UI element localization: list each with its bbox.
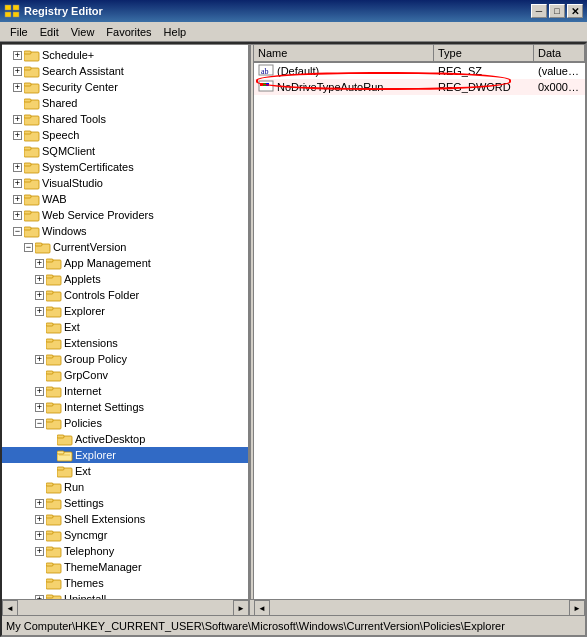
- tree-item-schedule-plus[interactable]: + Schedule+: [2, 47, 248, 63]
- tree-item-sqlclient[interactable]: SQMClient: [2, 143, 248, 159]
- svg-rect-27: [24, 227, 31, 230]
- tree-item-ext-policies[interactable]: Ext: [2, 463, 248, 479]
- tree-item-shared[interactable]: Shared: [2, 95, 248, 111]
- tree-toggle-windows[interactable]: −: [13, 227, 22, 236]
- minimize-button[interactable]: ─: [531, 4, 547, 18]
- tree-item-security-center[interactable]: + Security Center: [2, 79, 248, 95]
- folder-icon: [24, 144, 40, 158]
- tree-toggle-wab[interactable]: +: [13, 195, 22, 204]
- tree-label-ext: Ext: [64, 321, 80, 333]
- tree-toggle-shell-extensions[interactable]: +: [35, 515, 44, 524]
- tree-item-extensions[interactable]: Extensions: [2, 335, 248, 351]
- tree-toggle-policies[interactable]: −: [35, 419, 44, 428]
- tree-item-syncmgr[interactable]: + Syncmgr: [2, 527, 248, 543]
- svg-rect-5: [24, 51, 31, 54]
- reg-row-1[interactable]: NoDriveTypeAutoRun REG_DWORD 0x00000091 …: [254, 79, 585, 95]
- tree-toggle-current-version[interactable]: −: [24, 243, 33, 252]
- tree-toggle-syncmgr[interactable]: +: [35, 531, 44, 540]
- right-hscroll-track[interactable]: [270, 600, 569, 615]
- close-button[interactable]: ✕: [567, 4, 583, 18]
- col-header-data[interactable]: Data: [534, 45, 585, 62]
- menu-edit[interactable]: Edit: [34, 24, 65, 40]
- tree-item-policies[interactable]: − Policies: [2, 415, 248, 431]
- tree-label-run: Run: [64, 481, 84, 493]
- tree-hscroll[interactable]: ◄ ►: [2, 600, 250, 615]
- tree-item-uninstall[interactable]: + Uninstall: [2, 591, 248, 599]
- tree-item-wab[interactable]: + WAB: [2, 191, 248, 207]
- tree-toggle-speech[interactable]: +: [13, 131, 22, 140]
- tree-toggle-applets[interactable]: +: [35, 275, 44, 284]
- tree-item-internet[interactable]: + Internet: [2, 383, 248, 399]
- tree-toggle-search-assistant[interactable]: +: [13, 67, 22, 76]
- hscroll-track[interactable]: [18, 600, 233, 615]
- reg-row-0[interactable]: ab (Default) REG_SZ (value not set): [254, 63, 585, 79]
- registry-app-icon: [4, 3, 20, 19]
- tree-item-visualstudio[interactable]: + VisualStudio: [2, 175, 248, 191]
- tree-toggle-system-certificates[interactable]: +: [13, 163, 22, 172]
- svg-rect-53: [57, 435, 64, 438]
- tree-toggle-visualstudio[interactable]: +: [13, 179, 22, 188]
- tree-item-windows[interactable]: − Windows: [2, 223, 248, 239]
- tree-item-shared-tools[interactable]: + Shared Tools: [2, 111, 248, 127]
- menu-favorites[interactable]: Favorites: [100, 24, 157, 40]
- tree-toggle-internet[interactable]: +: [35, 387, 44, 396]
- tree-item-current-version[interactable]: − CurrentVersion: [2, 239, 248, 255]
- tree-toggle-controls-folder[interactable]: +: [35, 291, 44, 300]
- tree-toggle-internet-settings[interactable]: +: [35, 403, 44, 412]
- svg-rect-74: [46, 595, 53, 598]
- svg-rect-2: [13, 5, 19, 10]
- hscroll-left-btn[interactable]: ◄: [2, 600, 18, 616]
- tree-item-shell-extensions[interactable]: + Shell Extensions: [2, 511, 248, 527]
- tree-item-theme-manager[interactable]: ThemeManager: [2, 559, 248, 575]
- tree-item-system-certificates[interactable]: + SystemCertificates: [2, 159, 248, 175]
- right-hscroll-right-btn[interactable]: ►: [569, 600, 585, 616]
- tree-item-explorer-policies[interactable]: Explorer: [2, 447, 248, 463]
- tree-toggle-uninstall[interactable]: +: [35, 595, 44, 600]
- tree-item-active-desktop[interactable]: ActiveDesktop: [2, 431, 248, 447]
- menu-view[interactable]: View: [65, 24, 101, 40]
- tree-toggle-shared-tools[interactable]: +: [13, 115, 22, 124]
- tree-item-themes[interactable]: Themes: [2, 575, 248, 591]
- tree-toggle-web-service-providers[interactable]: +: [13, 211, 22, 220]
- tree-item-grpconv[interactable]: GrpConv: [2, 367, 248, 383]
- tree-toggle-group-policy[interactable]: +: [35, 355, 44, 364]
- tree-container: + Schedule++ Search Assistant+ Security …: [2, 47, 248, 599]
- menu-file[interactable]: File: [4, 24, 34, 40]
- tree-item-settings[interactable]: + Settings: [2, 495, 248, 511]
- tree-toggle-app-management[interactable]: +: [35, 259, 44, 268]
- tree-item-applets[interactable]: + Applets: [2, 271, 248, 287]
- tree-item-controls-folder[interactable]: + Controls Folder: [2, 287, 248, 303]
- tree-label-theme-manager: ThemeManager: [64, 561, 142, 573]
- tree-item-speech[interactable]: + Speech: [2, 127, 248, 143]
- tree-toggle-settings[interactable]: +: [35, 499, 44, 508]
- folder-icon: [46, 352, 62, 366]
- folder-icon: [24, 160, 40, 174]
- tree-item-ext[interactable]: Ext: [2, 319, 248, 335]
- folder-icon: [46, 272, 62, 286]
- tree-toggle-telephony[interactable]: +: [35, 547, 44, 556]
- menu-help[interactable]: Help: [158, 24, 193, 40]
- tree-toggle-schedule-plus[interactable]: +: [13, 51, 22, 60]
- svg-rect-13: [24, 115, 31, 118]
- tree-item-telephony[interactable]: + Telephony: [2, 543, 248, 559]
- folder-icon: [46, 592, 62, 599]
- tree-toggle-explorer[interactable]: +: [35, 307, 44, 316]
- col-header-name[interactable]: Name: [254, 45, 434, 62]
- col-header-type[interactable]: Type: [434, 45, 534, 62]
- right-hscroll[interactable]: ◄ ►: [254, 600, 585, 615]
- tree-item-run[interactable]: Run: [2, 479, 248, 495]
- right-hscroll-left-btn[interactable]: ◄: [254, 600, 270, 616]
- tree-item-internet-settings[interactable]: + Internet Settings: [2, 399, 248, 415]
- title-bar: Registry Editor ─ □ ✕: [0, 0, 587, 22]
- tree-item-web-service-providers[interactable]: + Web Service Providers: [2, 207, 248, 223]
- tree-item-explorer[interactable]: + Explorer: [2, 303, 248, 319]
- tree-toggle-security-center[interactable]: +: [13, 83, 22, 92]
- maximize-button[interactable]: □: [549, 4, 565, 18]
- tree-item-search-assistant[interactable]: + Search Assistant: [2, 63, 248, 79]
- tree-item-group-policy[interactable]: + Group Policy: [2, 351, 248, 367]
- folder-icon: [46, 256, 62, 270]
- tree-pane[interactable]: + Schedule++ Search Assistant+ Security …: [2, 45, 250, 599]
- folder-icon: [24, 192, 40, 206]
- hscroll-right-btn[interactable]: ►: [233, 600, 249, 616]
- tree-item-app-management[interactable]: + App Management: [2, 255, 248, 271]
